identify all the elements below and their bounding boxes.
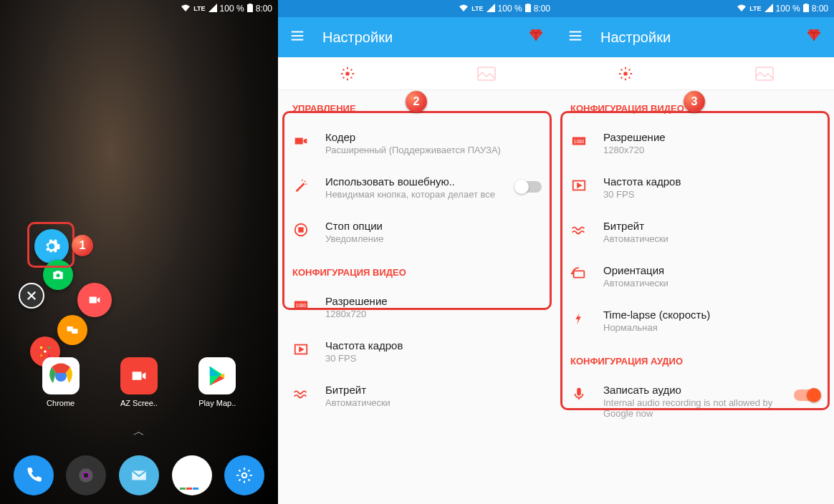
battery-icon bbox=[525, 4, 531, 14]
fps-icon bbox=[292, 341, 310, 358]
svg-point-2 bbox=[57, 273, 60, 277]
svg-rect-29 bbox=[805, 4, 807, 4]
signal-icon bbox=[208, 4, 217, 14]
floating-dualcam-button[interactable] bbox=[57, 315, 87, 345]
tab-gallery[interactable] bbox=[695, 67, 834, 81]
phone-settings-video: LTE 100 % 8:00 Настройки 3 КОНФИГУРАЦИЯ … bbox=[556, 0, 834, 504]
callout-badge-1: 1 bbox=[72, 235, 93, 256]
floating-close-button[interactable] bbox=[19, 283, 44, 309]
battery-icon bbox=[247, 4, 253, 14]
status-bar: LTE 100 % 8:00 bbox=[278, 0, 556, 17]
svg-point-7 bbox=[40, 354, 43, 357]
status-time: 8:00 bbox=[534, 4, 550, 14]
app-label: Chrome bbox=[47, 399, 75, 407]
status-time: 8:00 bbox=[812, 4, 828, 14]
az-icon bbox=[120, 357, 158, 394]
tab-bar bbox=[278, 57, 556, 90]
svg-point-14 bbox=[84, 473, 89, 478]
setting-sub: Автоматически bbox=[325, 397, 542, 408]
tab-settings[interactable] bbox=[278, 66, 417, 82]
tab-bar bbox=[556, 57, 834, 90]
svg-point-8 bbox=[48, 354, 51, 357]
phone-settings-control: LTE 100 % 8:00 Настройки 2 УПРАВЛЕНИЕ Ко… bbox=[278, 0, 556, 504]
app-bar: Настройки bbox=[278, 17, 556, 57]
setting-fps[interactable]: Частота кадров 30 FPS bbox=[278, 329, 556, 374]
signal-icon bbox=[764, 4, 773, 14]
svg-rect-16 bbox=[525, 4, 531, 12]
menu-icon[interactable] bbox=[567, 28, 583, 47]
svg-point-6 bbox=[48, 346, 51, 349]
wifi-icon bbox=[181, 4, 191, 14]
dock-phone[interactable] bbox=[14, 455, 54, 495]
dock-camera[interactable] bbox=[66, 455, 106, 495]
dock-gallery[interactable] bbox=[172, 455, 212, 495]
callout-3-frame bbox=[560, 111, 830, 410]
app-bar: Настройки bbox=[556, 17, 834, 57]
svg-point-30 bbox=[623, 72, 628, 76]
setting-bitrate[interactable]: Битрейт Автоматически bbox=[278, 374, 556, 418]
battery-percent: 100 % bbox=[220, 4, 244, 14]
battery-icon bbox=[803, 4, 809, 14]
dock-settings[interactable] bbox=[224, 455, 264, 495]
app-bar-title: Настройки bbox=[322, 29, 510, 46]
svg-rect-4 bbox=[72, 329, 77, 334]
toggle-audio[interactable] bbox=[794, 389, 820, 401]
menu-icon[interactable] bbox=[289, 28, 305, 47]
setting-label: Частота кадров bbox=[325, 339, 542, 352]
wifi-icon bbox=[459, 4, 469, 14]
network-type: LTE bbox=[193, 5, 205, 12]
battery-percent: 100 % bbox=[776, 4, 800, 14]
svg-point-15 bbox=[242, 473, 247, 478]
dock-mail[interactable] bbox=[119, 455, 159, 495]
setting-sub: 30 FPS bbox=[325, 353, 542, 364]
svg-rect-0 bbox=[247, 4, 253, 12]
home-app-row: Chrome AZ Scree.. Play Мар.. bbox=[0, 357, 278, 407]
callout-badge-2: 2 bbox=[406, 91, 427, 112]
svg-rect-28 bbox=[803, 4, 809, 12]
tab-settings[interactable] bbox=[556, 66, 695, 82]
setting-label: Битрейт bbox=[325, 384, 542, 396]
callout-badge-3: 3 bbox=[684, 91, 705, 112]
toggle-magic[interactable] bbox=[516, 181, 542, 193]
drawer-arrow-icon[interactable]: ︿ bbox=[133, 425, 145, 440]
app-az-screen[interactable]: AZ Scree.. bbox=[120, 357, 158, 407]
app-label: Play Мар.. bbox=[198, 399, 236, 407]
svg-point-9 bbox=[44, 350, 47, 353]
svg-point-18 bbox=[345, 72, 350, 76]
network-type: LTE bbox=[749, 5, 761, 12]
signal-icon bbox=[486, 4, 495, 14]
app-play-store[interactable]: Play Мар.. bbox=[198, 357, 236, 407]
dock bbox=[0, 447, 278, 504]
status-time: 8:00 bbox=[256, 4, 272, 14]
app-bar-title: Настройки bbox=[600, 29, 788, 46]
play-icon bbox=[198, 357, 236, 394]
status-bar: LTE 100 % 8:00 bbox=[0, 0, 278, 17]
wifi-icon bbox=[737, 4, 747, 14]
chrome-icon bbox=[42, 357, 80, 394]
svg-rect-1 bbox=[249, 4, 251, 4]
app-label: AZ Scree.. bbox=[120, 399, 158, 407]
bitrate-icon bbox=[292, 385, 310, 402]
tab-gallery[interactable] bbox=[417, 67, 556, 81]
phone-homescreen: LTE 100 % 8:00 1 Chrome bbox=[0, 0, 278, 504]
callout-1-frame bbox=[27, 222, 75, 268]
ruby-icon[interactable] bbox=[805, 26, 823, 48]
svg-rect-17 bbox=[527, 4, 529, 4]
svg-point-5 bbox=[40, 346, 43, 349]
setting-sub: 1280x720 bbox=[325, 309, 542, 319]
battery-percent: 100 % bbox=[498, 4, 522, 14]
app-chrome[interactable]: Chrome bbox=[42, 357, 80, 407]
floating-record-button[interactable] bbox=[77, 283, 112, 317]
status-bar: LTE 100 % 8:00 bbox=[556, 0, 834, 17]
callout-2-frame bbox=[282, 111, 552, 310]
network-type: LTE bbox=[471, 5, 483, 12]
ruby-icon[interactable] bbox=[527, 26, 545, 48]
